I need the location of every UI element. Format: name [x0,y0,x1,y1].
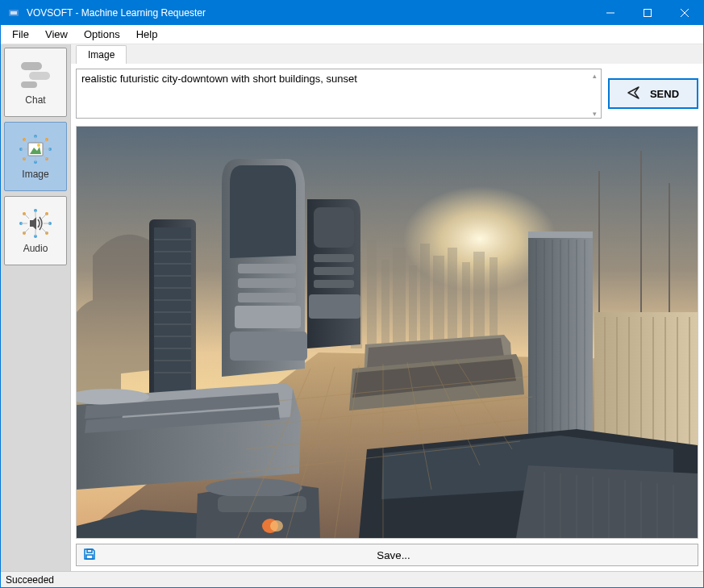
svg-rect-6 [21,62,42,70]
svg-rect-7 [29,72,50,80]
svg-rect-53 [420,244,430,348]
menu-view[interactable]: View [37,26,76,43]
svg-marker-44 [30,217,36,230]
save-button[interactable]: Save... [76,544,698,566]
svg-rect-91 [154,227,191,409]
svg-point-114 [206,478,302,498]
svg-rect-57 [473,252,485,348]
tabs: Image [71,44,703,64]
scroll-down-icon[interactable]: ▾ [589,108,600,119]
audio-icon [16,207,55,240]
svg-line-36 [24,214,29,219]
svg-line-38 [42,214,47,219]
menu-options[interactable]: Options [76,26,128,43]
app-icon [7,6,20,19]
svg-point-27 [37,144,40,147]
send-icon [627,86,640,102]
svg-rect-130 [86,555,93,559]
svg-rect-58 [489,257,498,348]
menubar: File View Options Help [1,25,703,44]
save-icon [83,548,96,563]
svg-rect-54 [433,256,444,348]
send-button[interactable]: SEND [608,78,698,109]
minimize-button[interactable] [592,1,629,25]
svg-rect-8 [21,81,37,88]
svg-rect-60 [528,231,593,238]
content: ▴ ▾ SEND [71,64,703,571]
svg-rect-87 [314,267,354,275]
svg-rect-88 [314,280,354,288]
svg-rect-80 [238,264,296,273]
statusbar: Succeeded [1,571,703,587]
svg-rect-49 [367,240,377,348]
menu-help[interactable]: Help [128,26,166,43]
prompt-input[interactable] [76,69,602,119]
svg-rect-115 [218,496,306,512]
sidebar-item-audio[interactable]: Audio [4,196,67,265]
main-panel: Image ▴ ▾ SEND [70,44,703,571]
svg-rect-50 [381,260,389,348]
svg-rect-85 [314,207,354,248]
sidebar-item-label: Audio [23,243,48,254]
svg-rect-81 [238,278,296,288]
svg-point-117 [270,520,283,532]
svg-rect-56 [462,262,470,348]
svg-rect-83 [235,306,301,328]
svg-rect-84 [230,332,307,361]
save-label: Save... [96,549,691,561]
prompt-row: ▴ ▾ SEND [76,69,698,121]
body: Chat Image [1,44,703,571]
window-title: VOVSOFT - Machine Learning Requester [27,7,592,19]
menu-file[interactable]: File [4,26,37,43]
scroll-up-icon[interactable]: ▴ [589,70,600,81]
chat-icon [16,59,55,91]
svg-rect-51 [393,248,406,348]
svg-rect-129 [87,549,92,553]
sidebar-item-chat[interactable]: Chat [4,48,67,117]
sidebar-item-label: Image [22,169,48,180]
svg-rect-86 [314,254,354,262]
tab-image[interactable]: Image [76,45,127,64]
svg-line-41 [24,228,29,233]
sidebar-item-image[interactable]: Image [4,122,67,191]
status-text: Succeeded [6,574,54,586]
titlebar: VOVSOFT - Machine Learning Requester [1,1,703,25]
svg-rect-89 [309,294,360,319]
send-label: SEND [650,88,679,100]
svg-rect-55 [448,248,457,348]
window-controls [592,1,703,25]
image-icon [16,133,55,165]
generated-image [77,127,698,538]
svg-rect-3 [644,10,652,17]
svg-rect-82 [238,293,296,302]
close-button[interactable] [666,1,703,25]
maximize-button[interactable] [629,1,666,25]
prompt-wrapper: ▴ ▾ [76,69,602,121]
sidebar: Chat Image [1,44,70,571]
generated-image-area [76,126,698,539]
app-window: VOVSOFT - Machine Learning Requester Fil… [0,0,704,588]
svg-rect-52 [409,265,417,348]
sidebar-item-label: Chat [25,94,45,106]
svg-line-43 [42,228,47,233]
svg-rect-1 [10,11,17,15]
